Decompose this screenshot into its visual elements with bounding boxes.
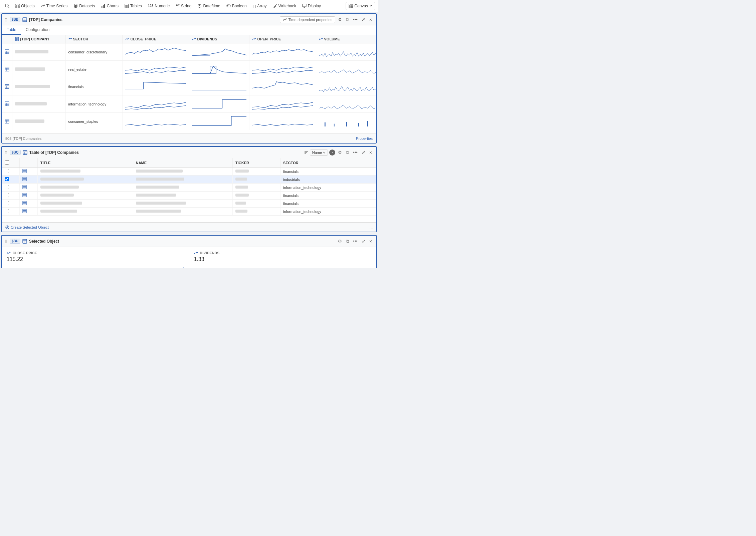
selected-object-grid: CLOSE PRICE 115.22 DIVIDENDS 1.33 — [2, 247, 376, 268]
table-row[interactable]: information_technology — [2, 95, 376, 113]
panel2-footer: Create Selected Object ... — [2, 222, 376, 232]
table-row[interactable]: financials — [2, 192, 376, 200]
close-button-1[interactable]: × — [368, 16, 373, 23]
nav-boolean[interactable]: Boolean — [224, 2, 249, 10]
table-row[interactable]: consumer_staples — [2, 113, 376, 130]
svg-rect-47 — [210, 66, 216, 73]
view-button-1[interactable]: ⧉ — [345, 16, 350, 23]
nav-display[interactable]: Display — [300, 2, 324, 10]
dividends-label: DIVIDENDS — [200, 251, 220, 255]
panel1-content[interactable]: [TDP] COMPANY ❝❞ SECTOR — [2, 35, 376, 133]
filter-clear-button[interactable]: × — [329, 150, 335, 156]
row-checkbox[interactable] — [5, 209, 9, 213]
col-company-header[interactable]: [TDP] COMPANY — [12, 35, 65, 43]
panel1-footer-left: 505 [TDP] Companies — [5, 137, 41, 141]
volume-sparkline — [316, 95, 376, 113]
col-title-header[interactable]: TITLE — [37, 158, 133, 168]
panel2-title: Table of [TDP] Companies — [29, 150, 302, 155]
sort-icon — [304, 150, 309, 155]
drag-handle-3[interactable]: ⣿ — [5, 239, 7, 243]
nav-datetime[interactable]: Date/time — [195, 2, 223, 10]
nav-boolean-label: Boolean — [232, 4, 247, 8]
nav-array[interactable]: [ ] Array — [250, 2, 269, 10]
settings-button-2[interactable]: ⚙ — [337, 149, 343, 156]
col-open-price-header[interactable]: OPEN_PRICE — [249, 35, 316, 43]
nav-string[interactable]: ❝❞ String — [173, 2, 194, 10]
create-selected-object-link[interactable]: Create Selected Object — [5, 225, 49, 229]
select-all-checkbox[interactable] — [5, 160, 9, 165]
expand-button-1[interactable]: ⤢ — [360, 16, 367, 23]
table-row[interactable]: information_technology — [2, 208, 376, 216]
drag-handle-1[interactable]: ⣿ — [5, 18, 7, 21]
svg-rect-3 — [18, 4, 19, 5]
svg-rect-90 — [23, 185, 26, 189]
col-check-all[interactable] — [2, 158, 20, 168]
col-sector2-header[interactable]: SECTOR — [280, 158, 376, 168]
table-row[interactable]: industrials — [2, 176, 376, 184]
more-dots-footer[interactable]: ... — [370, 225, 373, 229]
close-button-3[interactable]: × — [368, 238, 373, 245]
settings-button-1[interactable]: ⚙ — [337, 16, 343, 23]
row-checkbox[interactable] — [5, 193, 9, 197]
nav-objects[interactable]: Objects — [13, 2, 37, 10]
table-row[interactable]: information_technology — [2, 184, 376, 192]
col-dividends-header[interactable]: DIVIDENDS — [189, 35, 249, 43]
name-sort-button[interactable]: Name — [310, 150, 328, 156]
nav-objects-label: Objects — [21, 4, 35, 8]
table-row[interactable]: real_estate — [2, 61, 376, 78]
nav-time-series[interactable]: Time Series — [38, 2, 70, 10]
nav-datasets[interactable]: Datasets — [71, 2, 98, 10]
blurred-company — [15, 85, 50, 88]
col-name-header[interactable]: NAME — [133, 158, 232, 168]
row-checkbox[interactable] — [5, 201, 9, 205]
drag-handle-2[interactable]: ⣿ — [5, 151, 7, 154]
panel3-header: ⣿ $BU Selected Object ⚙ ⧉ ••• ⤢ × — [2, 236, 376, 247]
table-row[interactable]: consumer_discretionary — [2, 43, 376, 61]
more-button-2[interactable]: ••• — [352, 149, 359, 156]
nav-writeback[interactable]: Writeback — [270, 2, 299, 10]
dividends-sparkline — [189, 78, 249, 95]
row-checkbox[interactable] — [5, 177, 9, 181]
close-button-2[interactable]: × — [368, 149, 373, 156]
nav-charts[interactable]: Charts — [99, 2, 121, 10]
panel1-header: ⣿ $BB [TDP] Companies Time-dependent pro… — [2, 14, 376, 25]
more-button-1[interactable]: ••• — [352, 16, 359, 23]
blurred-company — [15, 119, 44, 123]
col-sector-header[interactable]: ❝❞ SECTOR — [65, 35, 122, 43]
col-close-price-header[interactable]: CLOSE_PRICE — [122, 35, 189, 43]
nav-datasets-label: Datasets — [79, 4, 95, 8]
nav-tables[interactable]: Tables — [122, 2, 145, 10]
tab-configuration-1[interactable]: Configuration — [21, 25, 54, 35]
svg-point-6 — [74, 4, 77, 6]
table-row[interactable]: financials — [2, 78, 376, 95]
svg-rect-34 — [15, 37, 19, 41]
col-volume-header[interactable]: VOLUME — [316, 35, 376, 43]
svg-rect-38 — [5, 50, 9, 54]
panel2-content[interactable]: TITLE NAME TICKER SECTOR financials — [2, 158, 376, 222]
row-checkbox[interactable] — [5, 185, 9, 189]
svg-rect-26 — [349, 4, 350, 5]
svg-rect-43 — [5, 67, 9, 71]
nav-numeric[interactable]: 123 Numeric — [145, 2, 172, 10]
search-button[interactable] — [3, 1, 12, 11]
tab-table-1[interactable]: Table — [2, 25, 21, 35]
more-button-3[interactable]: ••• — [352, 238, 359, 244]
dividends-sparkline — [189, 61, 249, 78]
open-price-sparkline — [249, 78, 316, 95]
view-button-3[interactable]: ⧉ — [345, 238, 350, 245]
properties-link-1[interactable]: Properties — [356, 137, 373, 141]
canvas-button[interactable]: Canvas — [346, 2, 375, 10]
nav-numeric-label: Numeric — [155, 4, 170, 8]
row-checkbox[interactable] — [5, 169, 9, 173]
nav-array-label: Array — [257, 4, 267, 8]
view-button-2[interactable]: ⧉ — [345, 149, 350, 156]
panel-selected-object: ⣿ $BU Selected Object ⚙ ⧉ ••• ⤢ × CLOSE … — [1, 235, 377, 268]
settings-button-3[interactable]: ⚙ — [337, 238, 343, 244]
table-row[interactable]: financials — [2, 200, 376, 208]
array-icon: [ ] — [253, 4, 256, 8]
expand-button-2[interactable]: ⤢ — [360, 149, 367, 156]
table-row[interactable]: financials — [2, 168, 376, 176]
expand-button-3[interactable]: ⤢ — [360, 238, 367, 244]
time-dep-button[interactable]: Time-dependent properties — [280, 16, 335, 23]
col-ticker-header[interactable]: TICKER — [233, 158, 280, 168]
